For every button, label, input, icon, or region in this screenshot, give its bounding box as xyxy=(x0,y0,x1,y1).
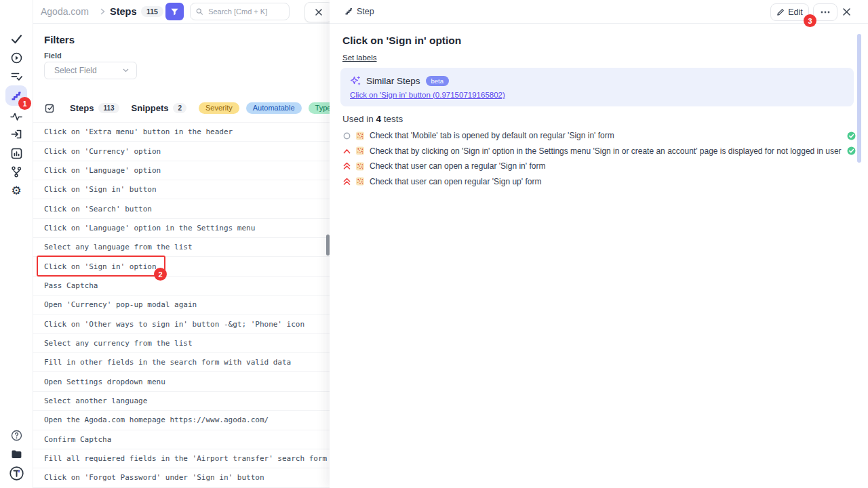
annotation-box xyxy=(37,256,165,277)
rail-item-tests[interactable] xyxy=(0,30,33,47)
select-steps-icon[interactable] xyxy=(45,103,55,113)
rail-item-account[interactable] xyxy=(0,465,33,481)
step-row[interactable]: Click on 'Forgot Password' under 'Sign i… xyxy=(33,468,331,487)
pencil-icon xyxy=(776,8,785,16)
panel-header: Step Edit xyxy=(330,0,868,24)
tab-snippets-count: 2 xyxy=(173,103,186,113)
logo-circle-icon xyxy=(9,466,24,481)
panel-header-label: Step xyxy=(357,0,374,23)
test-title: Check that 'Mobile' tab is opened by def… xyxy=(370,131,842,140)
step-row[interactable]: Select any language from the list xyxy=(33,238,331,257)
similar-steps-title: Similar Steps xyxy=(366,76,420,86)
steps-count-badge: 115 xyxy=(141,6,163,17)
step-row[interactable]: Open 'Currency' pop-up modal again xyxy=(33,296,331,314)
tab-snippets[interactable]: Snippets 2 xyxy=(132,103,186,113)
funnel-icon xyxy=(170,7,179,16)
step-row[interactable]: Click on 'Language' option xyxy=(33,161,331,180)
panel-scrollbar[interactable] xyxy=(857,34,861,163)
step-row[interactable]: Confirm Captcha xyxy=(33,430,331,449)
test-row[interactable]: Check that user can open regular 'Sign u… xyxy=(342,174,856,190)
step-icon xyxy=(344,7,353,15)
close-icon xyxy=(842,7,851,16)
step-row[interactable]: Click on 'Currency' option xyxy=(33,142,331,161)
passed-check-icon xyxy=(847,146,856,155)
test-row[interactable]: Check that user can open a regular 'Sign… xyxy=(342,159,856,174)
field-label: Field xyxy=(44,52,62,60)
test-title: Check that user can open a regular 'Sign… xyxy=(370,161,856,171)
gear-icon: ⚙ xyxy=(11,185,21,197)
step-row[interactable]: Click on 'Other ways to sign in' button … xyxy=(33,314,331,333)
field-select[interactable]: Select Field xyxy=(44,62,137,79)
step-row[interactable]: Click on 'Search' button xyxy=(33,199,331,218)
priority-critical-icon xyxy=(342,178,351,186)
app-window: Agoda.com Steps 115 T xyxy=(0,0,868,488)
breadcrumb-page[interactable]: Steps xyxy=(110,0,137,23)
used-in-prefix: Used in xyxy=(342,114,374,124)
step-row[interactable]: Open the Agoda.com homepage https://www.… xyxy=(33,411,331,430)
pill-severity[interactable]: Severity xyxy=(199,102,239,114)
step-row[interactable]: Click on 'Language' option in the Settin… xyxy=(33,219,331,238)
similar-steps-box: Similar Steps beta Click on 'Sign in' bu… xyxy=(340,68,854,106)
test-row[interactable]: Check that by clicking on 'Sign in' opti… xyxy=(342,144,856,159)
rail-item-runs[interactable] xyxy=(0,49,33,66)
filters-title: Filters xyxy=(44,34,75,45)
step-row[interactable]: Click on 'Sign in' button xyxy=(33,180,331,199)
tests-list: Check that 'Mobile' tab is opened by def… xyxy=(342,128,856,189)
step-title: Click on 'Sign in' option xyxy=(342,35,461,47)
rail-item-plans[interactable] xyxy=(0,68,33,85)
step-row[interactable]: Select any currency from the list xyxy=(33,334,331,353)
breadcrumb-project[interactable]: Agoda.com xyxy=(41,0,89,23)
branch-icon xyxy=(11,166,22,178)
set-labels-link[interactable]: Set labels xyxy=(342,54,377,62)
rail-item-pulse[interactable] xyxy=(0,108,33,125)
ellipsis-icon xyxy=(821,11,830,14)
rail-item-branches[interactable] xyxy=(0,163,33,180)
priority-critical-icon xyxy=(342,162,351,170)
close-search-button[interactable] xyxy=(304,2,333,22)
sparkle-icon xyxy=(350,75,361,86)
tab-snippets-label: Snippets xyxy=(132,103,169,113)
rail-item-projects[interactable] xyxy=(0,446,33,462)
pill-automatable[interactable]: Automatable xyxy=(246,102,302,114)
rail-item-import[interactable] xyxy=(0,126,33,142)
similar-steps-header: Similar Steps beta xyxy=(350,75,449,86)
search-input[interactable] xyxy=(207,7,283,16)
close-panel-button[interactable] xyxy=(840,5,852,18)
search-box[interactable] xyxy=(190,3,290,20)
similar-step-link[interactable]: Click on 'Sign in' button (0.97150719165… xyxy=(350,91,505,99)
test-title: Check that user can open regular 'Sign u… xyxy=(370,177,856,186)
close-icon xyxy=(315,8,323,16)
test-row[interactable]: Check that 'Mobile' tab is opened by def… xyxy=(342,128,856,144)
tab-steps[interactable]: Steps 113 xyxy=(70,103,119,113)
more-options-button[interactable] xyxy=(813,3,837,21)
used-in-count: 4 xyxy=(376,114,382,124)
step-row[interactable]: Select another language xyxy=(33,392,331,411)
step-detail-panel: Step Edit Click on 'Sign in' option Set … xyxy=(330,0,868,488)
step-row[interactable]: Fill all requiered fields in the 'Airpor… xyxy=(33,449,331,468)
annotation-badge-3: 3 xyxy=(804,14,816,27)
rail-item-reports[interactable] xyxy=(0,145,33,161)
step-row[interactable]: Click on 'Extra menu' button in the head… xyxy=(33,123,331,142)
sidebar-rail: ⚙ xyxy=(0,0,33,488)
filter-button[interactable] xyxy=(165,3,184,20)
field-select-value: Select Field xyxy=(54,66,97,75)
step-row[interactable]: Pass Captcha xyxy=(33,277,331,296)
beta-badge: beta xyxy=(426,76,450,86)
fireworks-emoji-icon xyxy=(356,146,364,155)
rail-item-settings[interactable]: ⚙ xyxy=(0,182,33,199)
tabs-row: Steps 113 Snippets 2 Severity Automatabl… xyxy=(33,99,334,117)
step-row[interactable]: Open Settings dropdown menu xyxy=(33,372,331,391)
used-in-heading: Used in 4 tests xyxy=(342,114,403,124)
search-icon xyxy=(196,7,203,16)
folder-icon xyxy=(11,449,22,459)
step-row[interactable]: Fill in other fields in the search form … xyxy=(33,353,331,372)
fireworks-emoji-icon xyxy=(356,162,364,171)
bar-chart-icon xyxy=(11,148,22,159)
priority-high-icon xyxy=(342,148,351,154)
passed-check-icon xyxy=(847,131,856,140)
help-icon xyxy=(11,430,22,441)
priority-none-icon xyxy=(342,132,351,140)
steps-list: Click on 'Extra menu' button in the head… xyxy=(33,122,331,488)
check-icon xyxy=(11,34,22,44)
rail-item-help[interactable] xyxy=(0,427,33,443)
